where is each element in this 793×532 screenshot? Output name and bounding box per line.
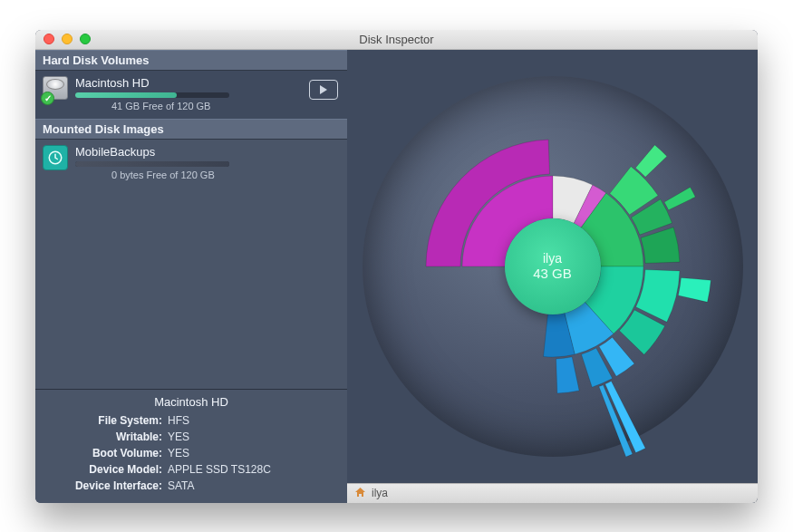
details-row: Device Interface:SATA [44, 478, 338, 494]
section-header-images: Mounted Disk Images [35, 119, 347, 140]
volume-info: Macintosh HD 41 GB Free of 120 GB [75, 76, 340, 111]
details-value: YES [168, 445, 189, 461]
titlebar: Disk Inspector [35, 30, 758, 50]
scan-button[interactable] [309, 80, 338, 100]
details-row: Device Model:APPLE SSD TS128C [44, 461, 338, 478]
path-bar[interactable]: ilya [347, 483, 758, 503]
details-key: Writable: [44, 429, 162, 445]
play-icon [319, 85, 328, 94]
volume-name: MobileBackups [75, 145, 340, 159]
details-row: File System:HFS [44, 412, 338, 429]
svg-marker-0 [320, 85, 327, 94]
main-pane: ilya 43 GB ilya [347, 50, 758, 503]
volume-row[interactable]: MobileBackups 0 bytes Free of 120 GB [35, 140, 347, 188]
sunburst-segment[interactable] [641, 227, 680, 263]
time-machine-icon [43, 145, 68, 170]
volume-row[interactable]: ✓ Macintosh HD 41 GB Free of 120 GB [35, 71, 347, 119]
app-window: Disk Inspector Hard Disk Volumes ✓ Macin… [35, 30, 758, 503]
section-header-volumes: Hard Disk Volumes [35, 50, 347, 71]
volume-details: Macintosh HD File System:HFSWritable:YES… [35, 389, 347, 503]
details-row: Boot Volume:YES [44, 445, 338, 461]
hard-drive-icon: ✓ [43, 76, 68, 103]
sunburst-segment[interactable] [556, 356, 579, 392]
sunburst-segment[interactable] [678, 277, 711, 302]
volume-info: MobileBackups 0 bytes Free of 120 GB [75, 145, 340, 180]
window-title: Disk Inspector [35, 33, 758, 46]
chart-center[interactable]: ilya 43 GB [505, 218, 601, 314]
sunburst-chart[interactable]: ilya 43 GB [347, 50, 758, 483]
path-segment: ilya [372, 487, 388, 499]
home-icon [354, 487, 366, 500]
volume-free-text: 0 bytes Free of 120 GB [75, 169, 340, 180]
details-value: YES [168, 429, 189, 445]
details-row: Writable:YES [44, 429, 338, 445]
details-value: HFS [168, 412, 189, 429]
sunburst-segment[interactable] [663, 187, 694, 209]
details-value: APPLE SSD TS128C [168, 461, 271, 478]
usage-bar [75, 92, 229, 98]
details-key: Boot Volume: [44, 445, 162, 461]
sidebar: Hard Disk Volumes ✓ Macintosh HD 41 GB F… [35, 50, 347, 503]
window-body: Hard Disk Volumes ✓ Macintosh HD 41 GB F… [35, 50, 758, 503]
details-value: SATA [168, 478, 195, 494]
verified-check-icon: ✓ [41, 92, 54, 105]
center-size: 43 GB [533, 266, 572, 281]
center-name: ilya [543, 251, 562, 266]
volume-name: Macintosh HD [75, 76, 340, 90]
sunburst-segment[interactable] [635, 144, 667, 176]
volume-free-text: 41 GB Free of 120 GB [75, 101, 340, 111]
details-key: File System: [44, 412, 162, 429]
usage-bar [75, 161, 229, 167]
details-key: Device Model: [44, 461, 162, 478]
details-key: Device Interface: [44, 478, 162, 494]
details-title: Macintosh HD [44, 395, 338, 409]
